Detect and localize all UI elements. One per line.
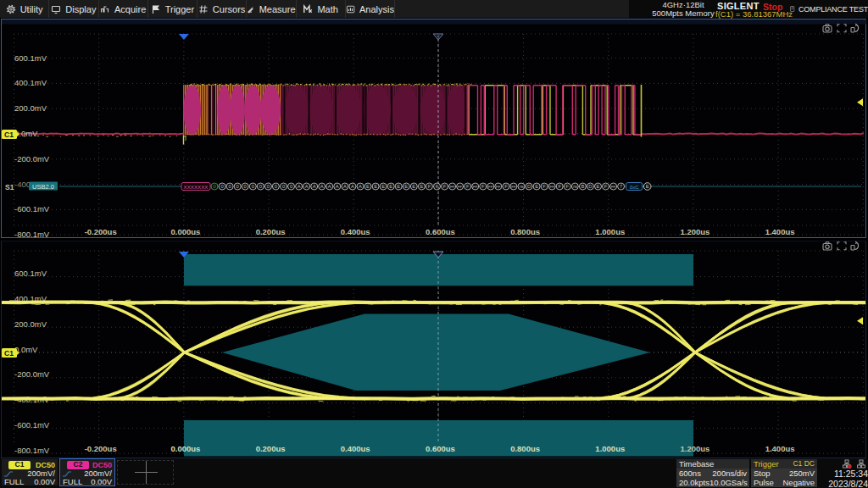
svg-text:A: A: [313, 184, 316, 189]
svg-text:FF: FF: [488, 185, 493, 189]
svg-text:E: E: [412, 184, 415, 189]
svg-text:1.400us: 1.400us: [765, 227, 795, 236]
svg-text:F: F: [481, 184, 485, 189]
svg-text:E: E: [366, 184, 370, 189]
svg-text:E: E: [646, 183, 649, 189]
svg-text:200.0mV: 200.0mV: [14, 319, 47, 329]
svg-text:E: E: [535, 184, 538, 189]
svg-text:0: 0: [244, 184, 247, 189]
svg-text:USB2.0: USB2.0: [32, 183, 54, 191]
svg-text:A: A: [336, 184, 339, 189]
svg-text:F: F: [542, 184, 546, 189]
svg-text:A: A: [320, 184, 324, 189]
svg-text:0: 0: [275, 184, 277, 189]
svg-text:FF: FF: [611, 185, 616, 189]
svg-text:0.400us: 0.400us: [341, 444, 370, 453]
svg-text:0: 0: [267, 184, 270, 189]
svg-text:E: E: [397, 184, 400, 189]
svg-text:FF: FF: [450, 185, 455, 189]
svg-text:0.800us: 0.800us: [510, 444, 540, 453]
svg-text:A: A: [359, 184, 362, 189]
svg-text:FF: FF: [473, 185, 478, 189]
svg-text:0: 0: [236, 184, 239, 189]
svg-text:E: E: [597, 184, 600, 189]
svg-text:FF: FF: [496, 185, 501, 189]
svg-text:A: A: [298, 184, 301, 189]
svg-text:0: 0: [290, 184, 292, 189]
svg-text:F: F: [566, 184, 570, 189]
svg-text:D: D: [527, 184, 531, 189]
svg-text:E: E: [389, 184, 392, 189]
svg-text:7: 7: [620, 184, 622, 189]
svg-text:E: E: [374, 184, 377, 189]
svg-text:E: E: [420, 184, 423, 189]
svg-text:FF: FF: [550, 185, 555, 189]
svg-text:-800.1mV: -800.1mV: [14, 230, 50, 239]
svg-text:-600.1mV: -600.1mV: [14, 420, 50, 430]
svg-text:1.400us: 1.400us: [765, 444, 795, 453]
svg-text:XXXXXXX: XXXXXXX: [184, 184, 209, 190]
svg-text:-600.1mV: -600.1mV: [14, 204, 50, 214]
svg-text:0: 0: [228, 184, 231, 189]
svg-text:-0.200us: -0.200us: [85, 444, 117, 453]
svg-text:FF: FF: [511, 185, 516, 189]
svg-text:1.000us: 1.000us: [595, 227, 625, 236]
svg-text:B: B: [581, 184, 584, 189]
svg-text:F: F: [466, 184, 470, 189]
svg-text:0: 0: [213, 184, 215, 189]
svg-text:7B: 7B: [573, 185, 577, 189]
svg-text:F: F: [604, 184, 608, 189]
svg-text:F: F: [504, 184, 508, 189]
svg-text:0.200us: 0.200us: [256, 227, 286, 236]
svg-text:T: T: [437, 35, 439, 40]
svg-text:1.200us: 1.200us: [680, 227, 709, 236]
svg-text:A: A: [343, 184, 347, 189]
svg-text:-200.0mV: -200.0mV: [14, 369, 50, 379]
svg-text:A: A: [328, 184, 331, 189]
svg-text:0xC: 0xC: [630, 184, 640, 190]
svg-text:-0.200us: -0.200us: [85, 227, 117, 236]
svg-text:-200.0mV: -200.0mV: [14, 154, 50, 164]
svg-text:A: A: [351, 184, 354, 189]
svg-text:0.400us: 0.400us: [341, 227, 370, 236]
svg-text:D: D: [588, 184, 592, 189]
svg-text:600.1mV: 600.1mV: [14, 53, 47, 63]
svg-text:0.600us: 0.600us: [426, 227, 455, 236]
svg-text:0.600us: 0.600us: [426, 444, 455, 453]
svg-text:200.0mV: 200.0mV: [14, 103, 47, 113]
svg-text:S1: S1: [5, 183, 14, 191]
svg-text:F: F: [558, 184, 561, 189]
svg-text:E: E: [381, 184, 385, 189]
svg-text:0: 0: [259, 184, 262, 189]
svg-text:C1: C1: [4, 130, 14, 139]
svg-text:7B: 7B: [519, 185, 523, 189]
svg-text:0.000us: 0.000us: [170, 444, 200, 453]
svg-text:F: F: [428, 184, 431, 189]
svg-text:-800.1mV: -800.1mV: [14, 446, 50, 455]
svg-text:E: E: [404, 184, 408, 189]
svg-text:0.800us: 0.800us: [510, 227, 540, 236]
svg-text:F: F: [443, 184, 447, 189]
svg-text:0.000us: 0.000us: [170, 227, 200, 236]
svg-text:400.1mV: 400.1mV: [14, 78, 47, 87]
svg-text:1.200us: 1.200us: [680, 444, 709, 453]
svg-text:1.000us: 1.000us: [595, 444, 625, 453]
svg-text:600.1mV: 600.1mV: [14, 269, 47, 278]
svg-text:0: 0: [220, 184, 223, 189]
svg-text:A: A: [305, 184, 309, 189]
svg-text:FF: FF: [458, 185, 463, 189]
svg-text:0: 0: [252, 184, 254, 189]
svg-text:0.200us: 0.200us: [256, 444, 286, 453]
svg-text:0: 0: [282, 184, 285, 189]
svg-text:C1: C1: [4, 349, 14, 358]
